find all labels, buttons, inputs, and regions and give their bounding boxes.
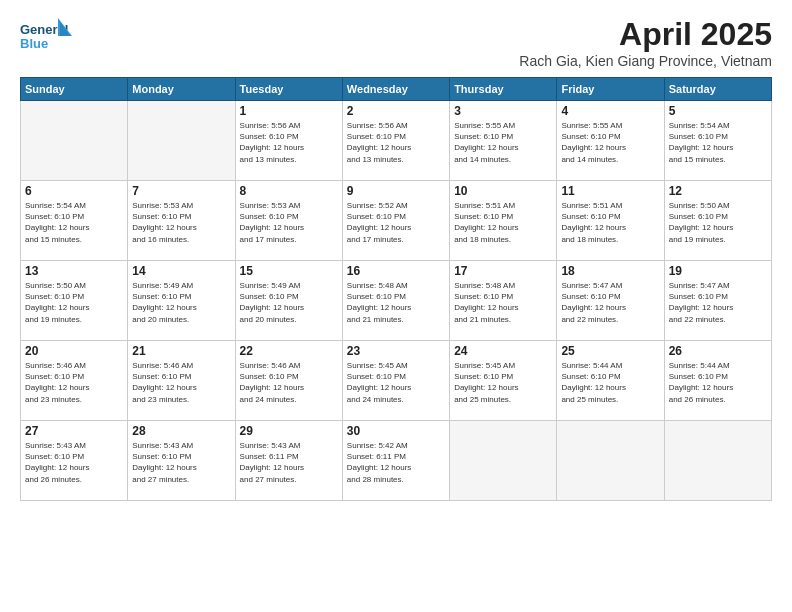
subtitle: Rach Gia, Kien Giang Province, Vietnam xyxy=(519,53,772,69)
day-number: 9 xyxy=(347,184,445,198)
day-number: 18 xyxy=(561,264,659,278)
day-info: Sunrise: 5:47 AM Sunset: 6:10 PM Dayligh… xyxy=(561,280,659,325)
svg-text:Blue: Blue xyxy=(20,36,48,51)
calendar-cell: 17Sunrise: 5:48 AM Sunset: 6:10 PM Dayli… xyxy=(450,261,557,341)
day-number: 22 xyxy=(240,344,338,358)
title-area: April 2025 Rach Gia, Kien Giang Province… xyxy=(519,16,772,69)
week-row-4: 27Sunrise: 5:43 AM Sunset: 6:10 PM Dayli… xyxy=(21,421,772,501)
calendar-cell: 28Sunrise: 5:43 AM Sunset: 6:10 PM Dayli… xyxy=(128,421,235,501)
day-info: Sunrise: 5:44 AM Sunset: 6:10 PM Dayligh… xyxy=(669,360,767,405)
day-number: 12 xyxy=(669,184,767,198)
header-row: Sunday Monday Tuesday Wednesday Thursday… xyxy=(21,78,772,101)
day-info: Sunrise: 5:46 AM Sunset: 6:10 PM Dayligh… xyxy=(240,360,338,405)
header: General Blue April 2025 Rach Gia, Kien G… xyxy=(20,16,772,69)
day-number: 6 xyxy=(25,184,123,198)
col-friday: Friday xyxy=(557,78,664,101)
day-info: Sunrise: 5:48 AM Sunset: 6:10 PM Dayligh… xyxy=(347,280,445,325)
calendar-cell: 5Sunrise: 5:54 AM Sunset: 6:10 PM Daylig… xyxy=(664,101,771,181)
calendar-cell: 1Sunrise: 5:56 AM Sunset: 6:10 PM Daylig… xyxy=(235,101,342,181)
col-thursday: Thursday xyxy=(450,78,557,101)
col-saturday: Saturday xyxy=(664,78,771,101)
day-number: 30 xyxy=(347,424,445,438)
calendar-cell: 16Sunrise: 5:48 AM Sunset: 6:10 PM Dayli… xyxy=(342,261,449,341)
calendar-cell: 2Sunrise: 5:56 AM Sunset: 6:10 PM Daylig… xyxy=(342,101,449,181)
day-number: 23 xyxy=(347,344,445,358)
col-sunday: Sunday xyxy=(21,78,128,101)
day-info: Sunrise: 5:47 AM Sunset: 6:10 PM Dayligh… xyxy=(669,280,767,325)
calendar-cell: 19Sunrise: 5:47 AM Sunset: 6:10 PM Dayli… xyxy=(664,261,771,341)
calendar-cell: 30Sunrise: 5:42 AM Sunset: 6:11 PM Dayli… xyxy=(342,421,449,501)
logo-icon: General Blue xyxy=(20,16,72,58)
day-info: Sunrise: 5:46 AM Sunset: 6:10 PM Dayligh… xyxy=(132,360,230,405)
day-info: Sunrise: 5:52 AM Sunset: 6:10 PM Dayligh… xyxy=(347,200,445,245)
day-number: 10 xyxy=(454,184,552,198)
calendar-cell: 10Sunrise: 5:51 AM Sunset: 6:10 PM Dayli… xyxy=(450,181,557,261)
day-info: Sunrise: 5:50 AM Sunset: 6:10 PM Dayligh… xyxy=(669,200,767,245)
day-info: Sunrise: 5:56 AM Sunset: 6:10 PM Dayligh… xyxy=(240,120,338,165)
day-info: Sunrise: 5:53 AM Sunset: 6:10 PM Dayligh… xyxy=(132,200,230,245)
calendar-cell: 3Sunrise: 5:55 AM Sunset: 6:10 PM Daylig… xyxy=(450,101,557,181)
day-number: 17 xyxy=(454,264,552,278)
day-info: Sunrise: 5:48 AM Sunset: 6:10 PM Dayligh… xyxy=(454,280,552,325)
week-row-3: 20Sunrise: 5:46 AM Sunset: 6:10 PM Dayli… xyxy=(21,341,772,421)
day-info: Sunrise: 5:45 AM Sunset: 6:10 PM Dayligh… xyxy=(347,360,445,405)
calendar-cell: 14Sunrise: 5:49 AM Sunset: 6:10 PM Dayli… xyxy=(128,261,235,341)
week-row-2: 13Sunrise: 5:50 AM Sunset: 6:10 PM Dayli… xyxy=(21,261,772,341)
day-info: Sunrise: 5:55 AM Sunset: 6:10 PM Dayligh… xyxy=(561,120,659,165)
calendar-cell: 18Sunrise: 5:47 AM Sunset: 6:10 PM Dayli… xyxy=(557,261,664,341)
logo: General Blue xyxy=(20,16,72,58)
week-row-0: 1Sunrise: 5:56 AM Sunset: 6:10 PM Daylig… xyxy=(21,101,772,181)
calendar-cell: 22Sunrise: 5:46 AM Sunset: 6:10 PM Dayli… xyxy=(235,341,342,421)
day-number: 3 xyxy=(454,104,552,118)
day-info: Sunrise: 5:51 AM Sunset: 6:10 PM Dayligh… xyxy=(454,200,552,245)
day-info: Sunrise: 5:50 AM Sunset: 6:10 PM Dayligh… xyxy=(25,280,123,325)
calendar-cell: 7Sunrise: 5:53 AM Sunset: 6:10 PM Daylig… xyxy=(128,181,235,261)
day-number: 19 xyxy=(669,264,767,278)
calendar-cell: 8Sunrise: 5:53 AM Sunset: 6:10 PM Daylig… xyxy=(235,181,342,261)
day-info: Sunrise: 5:43 AM Sunset: 6:11 PM Dayligh… xyxy=(240,440,338,485)
day-number: 20 xyxy=(25,344,123,358)
calendar-cell: 12Sunrise: 5:50 AM Sunset: 6:10 PM Dayli… xyxy=(664,181,771,261)
day-info: Sunrise: 5:55 AM Sunset: 6:10 PM Dayligh… xyxy=(454,120,552,165)
calendar-cell xyxy=(21,101,128,181)
week-row-1: 6Sunrise: 5:54 AM Sunset: 6:10 PM Daylig… xyxy=(21,181,772,261)
calendar-cell: 27Sunrise: 5:43 AM Sunset: 6:10 PM Dayli… xyxy=(21,421,128,501)
col-wednesday: Wednesday xyxy=(342,78,449,101)
day-info: Sunrise: 5:45 AM Sunset: 6:10 PM Dayligh… xyxy=(454,360,552,405)
day-number: 1 xyxy=(240,104,338,118)
calendar-table: Sunday Monday Tuesday Wednesday Thursday… xyxy=(20,77,772,501)
day-number: 15 xyxy=(240,264,338,278)
day-number: 27 xyxy=(25,424,123,438)
day-number: 28 xyxy=(132,424,230,438)
day-number: 21 xyxy=(132,344,230,358)
day-number: 13 xyxy=(25,264,123,278)
day-number: 11 xyxy=(561,184,659,198)
day-number: 7 xyxy=(132,184,230,198)
day-info: Sunrise: 5:54 AM Sunset: 6:10 PM Dayligh… xyxy=(25,200,123,245)
day-info: Sunrise: 5:49 AM Sunset: 6:10 PM Dayligh… xyxy=(240,280,338,325)
calendar-cell xyxy=(664,421,771,501)
day-number: 16 xyxy=(347,264,445,278)
day-info: Sunrise: 5:53 AM Sunset: 6:10 PM Dayligh… xyxy=(240,200,338,245)
calendar-cell: 6Sunrise: 5:54 AM Sunset: 6:10 PM Daylig… xyxy=(21,181,128,261)
calendar-cell: 23Sunrise: 5:45 AM Sunset: 6:10 PM Dayli… xyxy=(342,341,449,421)
calendar-cell: 21Sunrise: 5:46 AM Sunset: 6:10 PM Dayli… xyxy=(128,341,235,421)
calendar-cell: 26Sunrise: 5:44 AM Sunset: 6:10 PM Dayli… xyxy=(664,341,771,421)
day-number: 26 xyxy=(669,344,767,358)
calendar-cell: 11Sunrise: 5:51 AM Sunset: 6:10 PM Dayli… xyxy=(557,181,664,261)
month-title: April 2025 xyxy=(519,16,772,53)
calendar-body: 1Sunrise: 5:56 AM Sunset: 6:10 PM Daylig… xyxy=(21,101,772,501)
day-number: 14 xyxy=(132,264,230,278)
day-info: Sunrise: 5:43 AM Sunset: 6:10 PM Dayligh… xyxy=(25,440,123,485)
day-number: 29 xyxy=(240,424,338,438)
calendar-cell xyxy=(450,421,557,501)
day-number: 5 xyxy=(669,104,767,118)
calendar-cell: 25Sunrise: 5:44 AM Sunset: 6:10 PM Dayli… xyxy=(557,341,664,421)
col-tuesday: Tuesday xyxy=(235,78,342,101)
day-number: 24 xyxy=(454,344,552,358)
day-number: 25 xyxy=(561,344,659,358)
day-info: Sunrise: 5:42 AM Sunset: 6:11 PM Dayligh… xyxy=(347,440,445,485)
calendar-cell: 15Sunrise: 5:49 AM Sunset: 6:10 PM Dayli… xyxy=(235,261,342,341)
page: General Blue April 2025 Rach Gia, Kien G… xyxy=(0,0,792,612)
calendar-cell: 20Sunrise: 5:46 AM Sunset: 6:10 PM Dayli… xyxy=(21,341,128,421)
